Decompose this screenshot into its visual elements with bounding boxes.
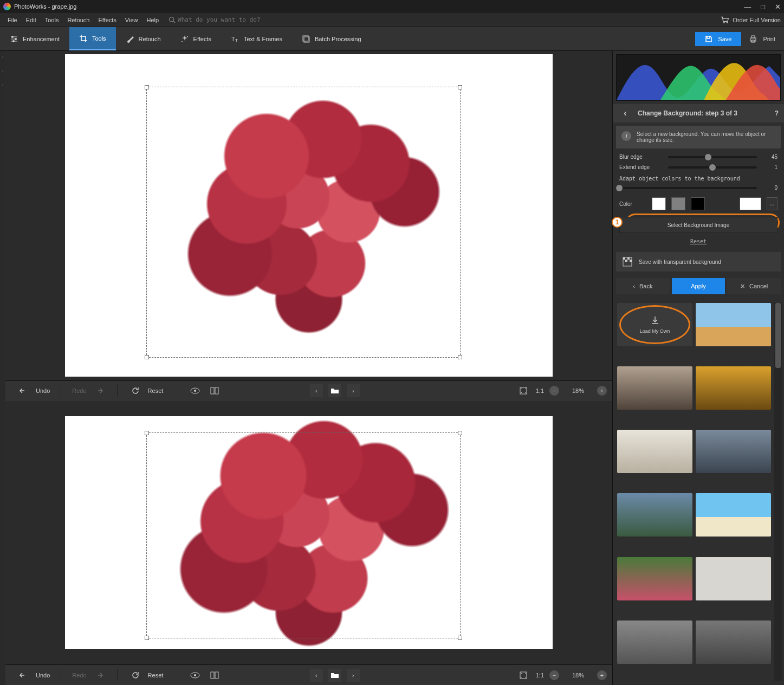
gutter-chevron-icon[interactable]: › [2,68,4,74]
compare-button[interactable] [208,384,222,398]
reset-bg-link[interactable]: Reset [613,235,784,248]
tab-tools[interactable]: Tools [69,27,116,50]
print-button[interactable]: Print [749,35,775,43]
apply-button[interactable]: Apply [672,278,725,294]
color-swatch-gray[interactable] [671,197,685,210]
back-button[interactable]: ‹ Back [616,278,670,294]
compare-button[interactable] [208,668,222,682]
redo-label: Redo [72,672,86,678]
adapt-slider[interactable] [619,187,757,189]
open-folder-button[interactable] [328,669,341,682]
undo-button[interactable] [16,384,30,398]
app-logo-icon [3,3,11,10]
window-close-button[interactable]: ✕ [775,3,781,11]
selection-handle-se[interactable] [458,355,462,359]
menu-view[interactable]: View [121,17,142,23]
tab-batch-processing[interactable]: Batch Processing [292,27,371,50]
bg-thumb-tropical-beach[interactable] [696,493,771,537]
zoom-out-button[interactable]: − [549,386,559,396]
bg-thumb-euro-canal[interactable] [617,493,692,537]
preview-toggle-button[interactable] [188,384,202,398]
tab-enhancement[interactable]: Enhancement [0,27,69,50]
gutter-chevron-icon[interactable]: › [2,82,4,88]
preview-toggle-button[interactable] [188,668,202,682]
svg-rect-24 [215,672,218,678]
selection-handle-se[interactable] [458,636,462,640]
extend-edge-slider[interactable] [668,166,757,169]
image-canvas[interactable] [65,54,553,377]
selection-handle-ne[interactable] [458,431,462,435]
tab-retouch[interactable]: Retouch [116,27,171,50]
save-transparent-button[interactable]: Save with transparent background [616,252,781,272]
prev-image-button[interactable]: ‹ [310,669,323,682]
order-full-version-link[interactable]: Order Full Version [721,16,781,24]
bg-thumb-flower-path[interactable] [617,557,692,600]
selection-box-preview[interactable] [146,432,461,638]
canvas-bottom[interactable] [5,401,612,664]
svg-text:T: T [235,38,238,43]
fit-screen-button[interactable] [516,384,530,398]
bg-thumb-nyc-street[interactable] [696,430,771,473]
bg-thumb-desert[interactable] [696,303,771,346]
menu-edit[interactable]: Edit [22,17,41,23]
selection-handle-sw[interactable] [145,636,149,640]
zoom-in-button[interactable]: + [597,670,607,680]
gallery-scrollbar[interactable] [774,303,782,681]
selection-handle-sw[interactable] [145,355,149,359]
scrollbar-thumb[interactable] [775,303,781,368]
reset-button[interactable] [128,668,142,682]
next-image-button[interactable]: › [347,669,360,682]
bg-thumb-autumn-forest[interactable] [696,366,771,410]
open-folder-button[interactable] [328,384,341,397]
redo-button[interactable] [92,384,106,398]
app-title: PhotoWorks - grape.jpg [14,3,744,10]
fit-screen-button[interactable] [516,668,530,682]
help-icon[interactable]: ? [775,109,779,117]
color-swatch-black[interactable] [691,197,705,210]
back-label: Back [639,283,652,289]
menu-effects[interactable]: Effects [94,17,120,23]
blur-edge-slider[interactable] [668,156,757,158]
bg-thumb-gradient-b[interactable] [696,621,771,664]
cancel-button[interactable]: ✕ Cancel [727,278,781,294]
menu-tools[interactable]: Tools [41,17,63,23]
window-minimize-button[interactable]: — [744,3,751,11]
menu-file[interactable]: File [3,17,22,23]
tab-effects[interactable]: Effects [171,27,221,50]
next-image-button[interactable]: › [347,384,360,397]
zoom-in-button[interactable]: + [597,386,607,396]
bg-thumb-gradient-a[interactable] [617,621,692,664]
zoom-1to1-button[interactable]: 1:1 [536,672,544,678]
window-maximize-button[interactable]: □ [761,3,765,11]
panel-back-button[interactable]: ‹ [618,106,632,120]
color-swatch-white[interactable] [652,197,666,210]
load-my-own-button[interactable]: Load My Own [617,303,692,346]
tab-text-frames[interactable]: TT Text & Frames [221,27,292,50]
image-canvas-preview[interactable] [65,416,553,649]
order-label: Order Full Version [733,17,781,23]
selection-handle-ne[interactable] [458,85,462,89]
zoom-1to1-button[interactable]: 1:1 [536,387,544,394]
menu-retouch[interactable]: Retouch [63,17,94,23]
bg-thumb-city-road[interactable] [617,366,692,410]
selection-handle-nw[interactable] [145,431,149,435]
color-more-button[interactable]: ... [767,197,777,210]
bg-thumb-living-room[interactable] [617,430,692,473]
bg-thumb-paper-texture[interactable] [696,557,771,600]
gutter-chevron-icon[interactable]: › [2,54,4,60]
reset-button[interactable] [128,384,142,398]
zoom-out-button[interactable]: − [549,670,559,680]
color-current[interactable] [740,197,761,210]
tab-label: Batch Processing [315,36,361,42]
menu-help[interactable]: Help [142,17,163,23]
save-button[interactable]: Save [695,32,741,46]
canvas-top[interactable] [5,51,612,380]
redo-button[interactable] [92,668,106,682]
select-background-image-button[interactable]: Select Background Image [619,217,777,233]
prev-image-button[interactable]: ‹ [310,384,323,397]
selection-box[interactable] [146,87,461,358]
menubar-search-input[interactable] [178,16,297,23]
selection-handle-nw[interactable] [145,85,149,89]
undo-button[interactable] [16,668,30,682]
panel-title: Change Background: step 3 of 3 [638,109,769,117]
